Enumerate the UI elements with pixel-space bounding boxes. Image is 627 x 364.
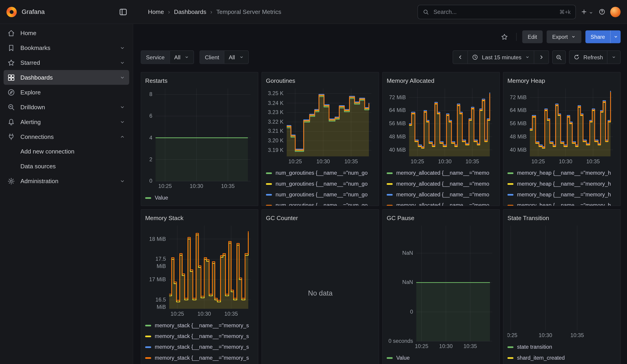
- time-controls: Last 15 minutes: [453, 51, 621, 64]
- legend-item[interactable]: memory_allocated {__name__="memo: [387, 200, 495, 206]
- share-menu-button[interactable]: [610, 30, 621, 43]
- panel-title[interactable]: Memory Heap: [508, 75, 616, 86]
- help-icon: [598, 8, 605, 15]
- chevron-right-icon: [538, 54, 545, 60]
- breadcrumb-dashboards[interactable]: Dashboards: [174, 8, 206, 15]
- time-series-chart[interactable]: 8642010:2510:3010:35: [145, 86, 254, 191]
- legend-item[interactable]: memory_stack {__name__="memory_s: [145, 352, 254, 363]
- legend-series-label: memory_stack {__name__="memory_s: [155, 344, 249, 350]
- legend-series-label: num_goroutines {__name__="num_go: [275, 181, 367, 187]
- legend-item[interactable]: memory_heap {__name__="memory_h: [508, 178, 616, 189]
- service-variable-select[interactable]: All: [169, 51, 194, 64]
- panel-title[interactable]: Goroutines: [266, 75, 375, 86]
- legend-item[interactable]: memory_allocated {__name__="memo: [387, 189, 495, 200]
- time-series-chart[interactable]: NaNNaN00 seconds10:2510:3010:35: [387, 223, 495, 351]
- legend-item[interactable]: memory_stack {__name__="memory_s: [145, 342, 254, 352]
- legend-series-label: memory_stack {__name__="memory_s: [155, 355, 249, 361]
- legend-item[interactable]: num_goroutines {__name__="num_go: [266, 178, 375, 189]
- panel-title[interactable]: Memory Allocated: [387, 75, 495, 86]
- panel-title[interactable]: Restarts: [145, 75, 254, 86]
- sidebar-item-label: Bookmarks: [20, 45, 51, 51]
- star-icon: [501, 33, 508, 41]
- service-variable: Service All: [141, 51, 194, 64]
- time-range-button[interactable]: Last 15 minutes: [468, 51, 534, 64]
- sidebar-item-starred[interactable]: Starred: [4, 55, 129, 70]
- panel-goroutines: Goroutines3.25 K3.24 K3.23 K3.22 K3.21 K…: [261, 72, 379, 206]
- legend-item[interactable]: memory_heap {__name__="memory_h: [508, 168, 616, 178]
- sidebar-item-home[interactable]: Home: [4, 26, 129, 40]
- help-button[interactable]: [596, 5, 608, 18]
- add-button[interactable]: [581, 5, 593, 18]
- legend-series-color: [266, 172, 272, 174]
- x-axis-label: 10:30: [316, 158, 330, 164]
- time-shift-back-button[interactable]: [453, 51, 468, 64]
- share-button-label[interactable]: Share: [585, 30, 610, 43]
- sidebar-item-drilldown[interactable]: Drilldown: [4, 100, 129, 114]
- time-series-chart[interactable]: 3.25 K3.24 K3.23 K3.22 K3.21 K3.20 K3.19…: [266, 86, 375, 166]
- legend-item[interactable]: Value: [145, 193, 254, 203]
- client-variable-select[interactable]: All: [224, 51, 248, 64]
- legend-item[interactable]: num_goroutines {__name__="num_go: [266, 168, 375, 178]
- plus-icon: [581, 8, 587, 15]
- favorite-button[interactable]: [498, 31, 511, 43]
- edit-button[interactable]: Edit: [522, 30, 543, 43]
- sidebar-item-data-sources[interactable]: Data sources: [4, 159, 129, 174]
- search-input[interactable]: [433, 8, 556, 15]
- legend-item[interactable]: memory_allocated {__name__="memo: [387, 168, 495, 178]
- sidebar-item-bookmarks[interactable]: Bookmarks: [4, 40, 129, 55]
- legend-series-color: [266, 194, 272, 196]
- chevron-down-icon: [119, 59, 126, 66]
- legend-item[interactable]: memory_allocated {__name__="memo: [387, 178, 495, 189]
- filter-row: Service All Client All: [141, 51, 621, 64]
- chevron-up-icon: [119, 133, 126, 140]
- brand-title: Grafana: [22, 8, 45, 15]
- legend-item[interactable]: Value: [387, 352, 495, 363]
- x-axis-label: 10:35: [224, 311, 238, 317]
- legend-item[interactable]: num_goroutines {__name__="num_go: [266, 200, 375, 206]
- sidebar-item-add-new-connection[interactable]: Add new connection: [4, 144, 129, 159]
- y-axis-label: 0: [145, 178, 153, 185]
- export-button-label: Export: [552, 34, 568, 40]
- legend-item[interactable]: memory_stack {__name__="memory_s: [145, 331, 254, 341]
- panel-title[interactable]: State Transition: [508, 213, 616, 223]
- panel-title[interactable]: Memory Stack: [145, 213, 254, 223]
- x-axis-label: 10:30: [559, 158, 572, 164]
- legend-item[interactable]: num_goroutines {__name__="num_go: [266, 189, 375, 200]
- sidebar-item-dashboards[interactable]: Dashboards: [4, 70, 129, 85]
- grafana-logo[interactable]: [6, 7, 17, 17]
- time-series-chart[interactable]: 72 MiB64 MiB56 MiB48 MiB40 MiB10:2510:30…: [508, 86, 616, 166]
- sidebar-item-administration[interactable]: Administration: [4, 174, 129, 188]
- time-shift-forward-button[interactable]: [534, 51, 549, 64]
- sidebar-toggle-icon[interactable]: [119, 7, 128, 16]
- legend-item[interactable]: memory_heap {__name__="memory_h: [508, 200, 616, 206]
- panel-title[interactable]: GC Counter: [266, 213, 375, 223]
- service-variable-value: All: [174, 54, 180, 60]
- panel-grid: Restarts8642010:2510:3010:35ValueGorouti…: [141, 72, 621, 364]
- y-axis-label: 17 MiB: [145, 276, 166, 283]
- sidebar-item-alerting[interactable]: Alerting: [4, 114, 129, 129]
- time-series-chart[interactable]: 10:2510:3010:35: [508, 223, 616, 340]
- legend-item[interactable]: state transition: [508, 342, 616, 352]
- export-button[interactable]: Export: [547, 30, 581, 43]
- panel-title[interactable]: GC Pause: [387, 213, 495, 223]
- breadcrumb-home[interactable]: Home: [148, 8, 164, 15]
- legend-item[interactable]: memory_stack {__name__="memory_s: [145, 320, 254, 331]
- y-axis-label: 64 MiB: [387, 107, 406, 114]
- time-series-chart[interactable]: 18 MiB17.5 MiB17 MiB16.5 MiB10:2510:3010…: [145, 223, 254, 318]
- time-series-chart[interactable]: 72 MiB64 MiB56 MiB48 MiB40 MiB10:2510:30…: [387, 86, 495, 166]
- search-box[interactable]: ⌘+k: [418, 4, 576, 19]
- chevron-down-icon: [119, 104, 126, 110]
- star-icon: [7, 59, 15, 67]
- legend-item[interactable]: shard_item_created: [508, 352, 616, 363]
- zoom-out-button[interactable]: [552, 51, 566, 64]
- sidebar-item-connections[interactable]: Connections: [4, 129, 129, 144]
- refresh-interval-button[interactable]: [607, 51, 620, 64]
- share-button[interactable]: Share: [585, 30, 621, 43]
- x-axis-label: 10:25: [411, 158, 424, 164]
- sidebar-item-explore[interactable]: Explore: [4, 85, 129, 100]
- legend-item[interactable]: memory_heap {__name__="memory_h: [508, 189, 616, 200]
- user-avatar[interactable]: [610, 7, 621, 17]
- refresh-button[interactable]: Refresh: [569, 51, 607, 64]
- breadcrumb-current: Temporal Server Metrics: [216, 8, 281, 15]
- chart-canvas: [266, 86, 375, 166]
